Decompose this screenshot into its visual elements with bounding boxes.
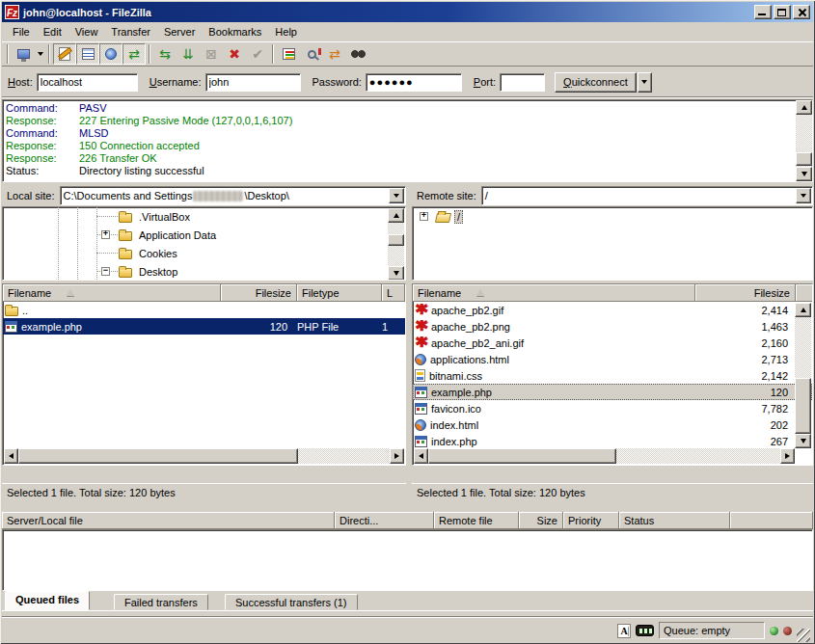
column-header-remote-file[interactable]: Remote file [434, 512, 519, 529]
menu-bookmarks[interactable]: Bookmarks [202, 24, 268, 40]
maximize-button[interactable] [774, 5, 791, 19]
column-header-status[interactable]: Status [619, 512, 730, 529]
toggle-queue-view-button[interactable]: ⇄ [122, 43, 146, 65]
queue-list[interactable] [2, 529, 813, 591]
column-header-direction[interactable]: Directi... [335, 512, 434, 529]
scroll-left-button[interactable] [4, 448, 18, 464]
local-list-hscrollbar[interactable] [4, 448, 404, 464]
scroll-left-button[interactable] [414, 448, 428, 464]
scrollbar-thumb[interactable] [428, 448, 616, 464]
local-tree-scrollbar[interactable] [388, 208, 404, 281]
process-queue-button[interactable]: ⇊ [177, 43, 200, 65]
remote-site-combo-dropdown[interactable] [796, 188, 811, 203]
tree-item-application-data[interactable]: + Application Data [3, 226, 405, 244]
site-manager-dropdown[interactable] [35, 43, 45, 65]
ascii-data-type-icon[interactable]: A [617, 624, 631, 638]
scroll-right-button[interactable] [390, 448, 404, 464]
username-input[interactable] [205, 73, 301, 92]
toggle-remote-tree-button[interactable] [99, 43, 122, 65]
expand-plus-icon[interactable]: + [101, 230, 110, 239]
scroll-up-button[interactable] [795, 303, 811, 317]
file-row[interactable]: ✱apache_pb2.png1,463 [413, 318, 812, 335]
username-label: Username: [149, 76, 202, 88]
scroll-down-button[interactable] [796, 167, 812, 181]
scroll-down-button[interactable] [388, 266, 404, 281]
file-row[interactable]: ✱apache_pb2.gif2,414 [413, 302, 812, 318]
file-row[interactable]: index.html202 [413, 416, 812, 433]
column-header-filename[interactable]: Filename [413, 284, 695, 302]
remote-list-vscrollbar[interactable] [795, 303, 811, 448]
column-header-filetype[interactable]: Filetype [297, 284, 382, 302]
local-file-list[interactable]: Filename Filesize Filetype L .. example.… [2, 283, 406, 466]
menu-help[interactable]: Help [268, 24, 304, 40]
scroll-right-button[interactable] [780, 448, 795, 464]
tab-queued-files[interactable]: Queued files [5, 591, 90, 610]
scroll-down-button[interactable] [795, 434, 811, 448]
file-row[interactable]: bitnami.css2,142 [413, 367, 812, 384]
scroll-up-button[interactable] [388, 208, 404, 223]
title-bar[interactable]: Fz john@localhost - FileZilla [2, 2, 813, 22]
cancel-button[interactable]: ⊠ [200, 43, 223, 65]
remote-site-combo[interactable]: / [481, 186, 813, 205]
filter-button[interactable] [277, 43, 300, 65]
port-input[interactable] [500, 73, 545, 92]
file-row-example-php[interactable]: example.php 120 PHP File 1 [3, 318, 405, 335]
quickconnect-dropdown[interactable] [638, 72, 652, 93]
scrollbar-thumb[interactable] [795, 378, 811, 434]
tab-failed-transfers[interactable]: Failed transfers [114, 594, 208, 610]
file-row-parent-dir[interactable]: .. [3, 302, 405, 318]
disconnect-button[interactable]: ✖ [223, 43, 246, 65]
local-site-combo[interactable]: C:\Documents and Settings\Desktop\ [60, 186, 406, 205]
tree-item-root[interactable]: + / [413, 207, 812, 226]
scrollbar-thumb[interactable] [388, 234, 404, 246]
remote-file-list[interactable]: Filename Filesize ✱apache_pb2.gif2,414 ✱… [412, 283, 813, 466]
menu-transfer[interactable]: Transfer [104, 24, 157, 40]
directory-comparison-button[interactable] [300, 43, 323, 65]
remote-list-hscrollbar[interactable] [414, 448, 795, 464]
quickconnect-button[interactable]: Quickconnect [555, 72, 637, 93]
column-header-filesize[interactable]: Filesize [221, 284, 297, 302]
tree-item-virtualbox[interactable]: .VirtualBox [3, 207, 405, 226]
tree-item-cookies[interactable]: Cookies [3, 244, 405, 262]
scroll-up-button[interactable] [796, 100, 812, 115]
site-manager-button[interactable] [12, 43, 35, 65]
local-site-combo-dropdown[interactable] [389, 188, 404, 203]
menu-file[interactable]: File [6, 24, 37, 40]
file-row[interactable]: index.php267 [413, 433, 812, 449]
remote-directory-tree[interactable]: + / [412, 206, 813, 281]
local-directory-tree[interactable]: .VirtualBox + Application Data Cookies −… [2, 206, 406, 281]
file-row-example-php[interactable]: example.php120 [413, 384, 812, 400]
column-header-server-local-file[interactable]: Server/Local file [2, 512, 335, 529]
toggle-local-tree-button[interactable] [76, 43, 99, 65]
speed-limit-icon[interactable] [636, 625, 654, 636]
host-input[interactable] [37, 73, 138, 92]
menu-view[interactable]: View [68, 24, 105, 40]
resize-grip[interactable] [797, 629, 810, 642]
menu-server[interactable]: Server [157, 24, 202, 40]
column-header-size[interactable]: Size [519, 512, 563, 529]
tree-item-desktop[interactable]: − Desktop [3, 262, 405, 281]
file-row[interactable]: ✱apache_pb2_ani.gif2,160 [413, 335, 812, 351]
column-header-filesize[interactable]: Filesize [695, 284, 796, 302]
column-header-lastmodified[interactable]: L [382, 284, 405, 302]
column-header-priority[interactable]: Priority [563, 512, 619, 529]
menu-edit[interactable]: Edit [37, 24, 68, 40]
message-log-box[interactable]: Command:PASV Response:227 Entering Passi… [2, 99, 813, 182]
find-files-button[interactable] [346, 43, 369, 65]
expand-plus-icon[interactable]: + [420, 212, 428, 221]
minimize-button[interactable] [754, 5, 772, 19]
refresh-button[interactable]: ⇆ [153, 43, 177, 65]
synchronized-browsing-button[interactable]: ⇄ [323, 43, 346, 65]
file-row[interactable]: favicon.ico7,782 [413, 400, 812, 416]
password-input[interactable] [366, 73, 462, 92]
scrollbar-thumb[interactable] [18, 448, 298, 464]
reconnect-button[interactable]: ✔ [246, 43, 269, 65]
toggle-message-log-button[interactable] [53, 43, 76, 65]
collapse-minus-icon[interactable]: − [101, 267, 110, 276]
column-header-filename[interactable]: Filename [3, 284, 221, 302]
scrollbar-thumb[interactable] [796, 152, 812, 166]
file-row[interactable]: applications.html2,713 [413, 351, 812, 367]
log-scrollbar[interactable] [796, 100, 812, 181]
close-button[interactable] [793, 5, 810, 19]
tab-successful-transfers[interactable]: Successful transfers (1) [225, 594, 358, 610]
